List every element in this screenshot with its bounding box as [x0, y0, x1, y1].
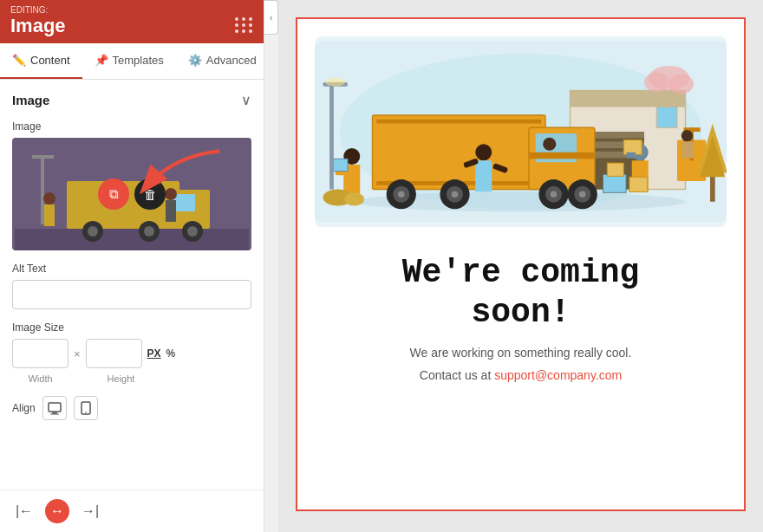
svg-rect-71 — [626, 152, 636, 159]
svg-rect-11 — [41, 155, 44, 224]
chevron-down-icon[interactable]: ∨ — [241, 92, 251, 108]
svg-point-59 — [579, 191, 586, 198]
svg-rect-32 — [656, 107, 677, 128]
tab-advanced[interactable]: ⚙️ Advanced — [176, 43, 264, 79]
svg-point-8 — [144, 226, 154, 237]
bottom-toolbar: |← ↔ →| — [0, 490, 264, 532]
editing-title: Image — [10, 15, 66, 36]
canvas-area: We're coming soon! We are working on som… — [296, 17, 746, 511]
svg-point-15 — [165, 188, 177, 200]
svg-point-56 — [551, 191, 558, 198]
svg-rect-74 — [607, 163, 623, 176]
svg-rect-27 — [571, 91, 686, 107]
svg-point-82 — [669, 75, 695, 94]
height-label: Height — [93, 373, 149, 384]
collapse-panel-handle[interactable]: ‹ — [264, 0, 278, 35]
tab-templates-label: Templates — [113, 54, 164, 67]
svg-point-22 — [85, 412, 87, 413]
svg-point-53 — [452, 191, 459, 198]
more-options-icon[interactable] — [235, 17, 253, 36]
contact-text: Contact us at support@company.com — [420, 368, 622, 382]
tab-templates[interactable]: 📌 Templates — [82, 43, 176, 79]
delete-image-button[interactable]: 🗑 — [134, 178, 166, 210]
svg-rect-63 — [333, 159, 348, 171]
main-truck-illustration — [315, 36, 727, 227]
svg-rect-19 — [52, 412, 57, 414]
alt-text-input[interactable] — [12, 280, 251, 309]
svg-rect-14 — [44, 204, 55, 226]
image-size-row: × PX % — [12, 339, 251, 368]
svg-point-81 — [644, 73, 669, 93]
main-illustration — [315, 36, 727, 227]
section-header: Image ∨ — [12, 92, 251, 108]
svg-point-10 — [187, 226, 198, 237]
editing-label: EDITING: — [10, 5, 66, 16]
advanced-tab-icon: ⚙️ — [188, 54, 202, 67]
unit-percent-button[interactable]: % — [166, 347, 176, 360]
svg-rect-73 — [629, 177, 648, 191]
svg-point-64 — [475, 144, 492, 160]
coming-soon-title: We're coming soon! — [402, 253, 640, 332]
align-right-end-button[interactable]: →| — [78, 499, 102, 523]
tab-advanced-label: Advanced — [206, 54, 257, 67]
svg-rect-42 — [376, 120, 541, 124]
x-separator: × — [74, 347, 81, 360]
svg-rect-75 — [329, 82, 334, 190]
image-size-label: Image Size — [12, 321, 251, 334]
svg-rect-16 — [166, 200, 176, 222]
svg-rect-41 — [373, 115, 546, 190]
templates-tab-icon: 📌 — [95, 54, 108, 67]
align-row: Align — [12, 396, 251, 420]
left-panel: EDITING: Image ✏️ Content 📌 Templates ⚙️… — [0, 0, 264, 532]
height-input[interactable] — [86, 339, 142, 368]
alt-text-label: Alt Text — [12, 263, 251, 275]
svg-point-47 — [543, 138, 556, 151]
replace-image-button[interactable]: ⧉ — [98, 178, 129, 210]
svg-rect-20 — [50, 414, 59, 415]
editing-header: EDITING: Image — [0, 0, 264, 43]
tab-content[interactable]: ✏️ Content — [0, 43, 82, 79]
section-title: Image — [12, 93, 49, 107]
svg-rect-18 — [49, 403, 61, 412]
align-center-button[interactable]: ↔ — [45, 499, 69, 523]
svg-point-36 — [681, 130, 693, 141]
image-action-buttons: ⧉ 🗑 — [98, 178, 166, 210]
align-left-end-button[interactable]: |← — [12, 499, 36, 523]
size-labels: Width Height — [12, 373, 251, 384]
tablet-icon — [79, 401, 93, 415]
width-label: Width — [12, 373, 68, 384]
svg-rect-1 — [15, 229, 249, 250]
svg-rect-72 — [603, 174, 627, 192]
svg-point-50 — [398, 191, 405, 198]
align-label: Align — [12, 402, 36, 414]
right-panel: We're coming soon! We are working on som… — [278, 0, 763, 532]
svg-rect-46 — [529, 152, 595, 159]
email-link[interactable]: support@company.com — [494, 368, 622, 382]
tabs-row: ✏️ Content 📌 Templates ⚙️ Advanced — [0, 43, 264, 80]
image-field-label: Image — [12, 120, 251, 133]
content-tab-icon: ✏️ — [12, 54, 26, 67]
image-preview: ⧉ 🗑 — [12, 138, 251, 250]
align-desktop-button[interactable] — [42, 396, 67, 420]
svg-point-6 — [88, 226, 98, 237]
unit-px-button[interactable]: PX — [147, 347, 161, 360]
svg-point-79 — [344, 192, 364, 205]
panel-body: Image ∨ Image — [0, 80, 264, 490]
width-input[interactable] — [12, 339, 68, 368]
coming-soon-subtitle: We are working on something really cool. — [410, 346, 632, 360]
desktop-icon — [48, 401, 62, 415]
svg-rect-37 — [682, 141, 694, 158]
tab-content-label: Content — [30, 54, 70, 67]
svg-rect-12 — [32, 155, 54, 159]
svg-rect-65 — [475, 160, 492, 191]
svg-point-13 — [43, 192, 55, 204]
svg-point-77 — [325, 78, 345, 87]
align-tablet-button[interactable] — [74, 396, 98, 420]
